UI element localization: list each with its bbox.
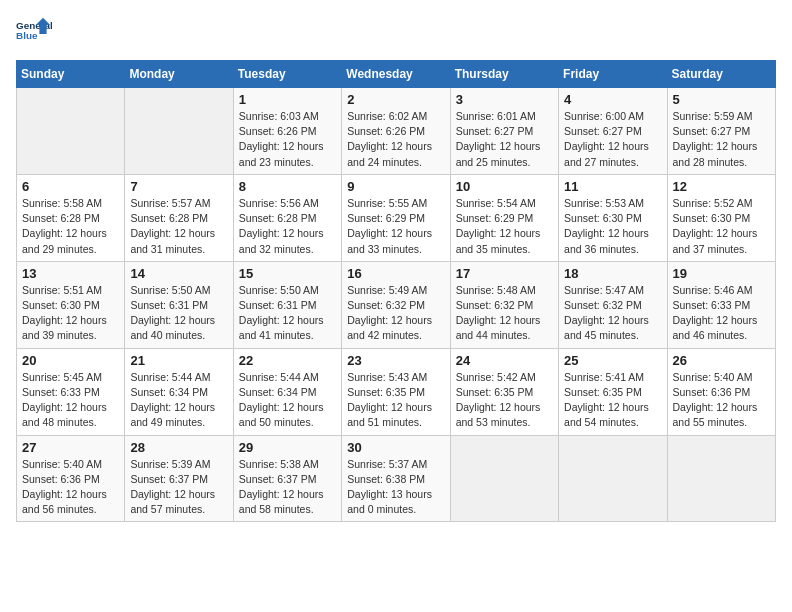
day-info: Sunrise: 5:42 AM Sunset: 6:35 PM Dayligh… bbox=[456, 370, 553, 431]
day-number: 19 bbox=[673, 266, 770, 281]
calendar-day-cell bbox=[125, 88, 233, 175]
day-number: 24 bbox=[456, 353, 553, 368]
weekday-header: Friday bbox=[559, 61, 667, 88]
daylight-label: Daylight: 12 hours and 23 minutes. bbox=[239, 140, 324, 167]
sunset-label: Sunset: 6:35 PM bbox=[347, 386, 425, 398]
sunset-label: Sunset: 6:26 PM bbox=[347, 125, 425, 137]
day-info: Sunrise: 5:50 AM Sunset: 6:31 PM Dayligh… bbox=[130, 283, 227, 344]
calendar-day-cell: 18 Sunrise: 5:47 AM Sunset: 6:32 PM Dayl… bbox=[559, 261, 667, 348]
day-number: 11 bbox=[564, 179, 661, 194]
day-number: 15 bbox=[239, 266, 336, 281]
day-number: 20 bbox=[22, 353, 119, 368]
sunrise-label: Sunrise: 5:44 AM bbox=[239, 371, 319, 383]
sunset-label: Sunset: 6:26 PM bbox=[239, 125, 317, 137]
calendar-day-cell: 16 Sunrise: 5:49 AM Sunset: 6:32 PM Dayl… bbox=[342, 261, 450, 348]
day-number: 30 bbox=[347, 440, 444, 455]
daylight-label: Daylight: 12 hours and 54 minutes. bbox=[564, 401, 649, 428]
calendar-day-cell: 27 Sunrise: 5:40 AM Sunset: 6:36 PM Dayl… bbox=[17, 435, 125, 522]
day-info: Sunrise: 5:55 AM Sunset: 6:29 PM Dayligh… bbox=[347, 196, 444, 257]
daylight-label: Daylight: 12 hours and 57 minutes. bbox=[130, 488, 215, 515]
weekday-header: Tuesday bbox=[233, 61, 341, 88]
day-number: 5 bbox=[673, 92, 770, 107]
sunset-label: Sunset: 6:38 PM bbox=[347, 473, 425, 485]
day-info: Sunrise: 5:57 AM Sunset: 6:28 PM Dayligh… bbox=[130, 196, 227, 257]
sunset-label: Sunset: 6:29 PM bbox=[347, 212, 425, 224]
day-number: 29 bbox=[239, 440, 336, 455]
day-number: 27 bbox=[22, 440, 119, 455]
calendar-week-row: 20 Sunrise: 5:45 AM Sunset: 6:33 PM Dayl… bbox=[17, 348, 776, 435]
calendar-day-cell: 23 Sunrise: 5:43 AM Sunset: 6:35 PM Dayl… bbox=[342, 348, 450, 435]
logo-icon: General Blue bbox=[16, 16, 52, 52]
calendar-day-cell: 7 Sunrise: 5:57 AM Sunset: 6:28 PM Dayli… bbox=[125, 174, 233, 261]
sunset-label: Sunset: 6:31 PM bbox=[239, 299, 317, 311]
calendar-day-cell bbox=[450, 435, 558, 522]
sunset-label: Sunset: 6:32 PM bbox=[456, 299, 534, 311]
calendar-day-cell: 21 Sunrise: 5:44 AM Sunset: 6:34 PM Dayl… bbox=[125, 348, 233, 435]
daylight-label: Daylight: 12 hours and 55 minutes. bbox=[673, 401, 758, 428]
sunrise-label: Sunrise: 5:43 AM bbox=[347, 371, 427, 383]
sunset-label: Sunset: 6:31 PM bbox=[130, 299, 208, 311]
day-number: 18 bbox=[564, 266, 661, 281]
daylight-label: Daylight: 13 hours and 0 minutes. bbox=[347, 488, 432, 515]
daylight-label: Daylight: 12 hours and 36 minutes. bbox=[564, 227, 649, 254]
daylight-label: Daylight: 12 hours and 58 minutes. bbox=[239, 488, 324, 515]
day-info: Sunrise: 5:43 AM Sunset: 6:35 PM Dayligh… bbox=[347, 370, 444, 431]
calendar-day-cell: 4 Sunrise: 6:00 AM Sunset: 6:27 PM Dayli… bbox=[559, 88, 667, 175]
daylight-label: Daylight: 12 hours and 28 minutes. bbox=[673, 140, 758, 167]
day-number: 16 bbox=[347, 266, 444, 281]
sunset-label: Sunset: 6:27 PM bbox=[673, 125, 751, 137]
sunrise-label: Sunrise: 5:45 AM bbox=[22, 371, 102, 383]
daylight-label: Daylight: 12 hours and 24 minutes. bbox=[347, 140, 432, 167]
day-info: Sunrise: 5:44 AM Sunset: 6:34 PM Dayligh… bbox=[239, 370, 336, 431]
sunrise-label: Sunrise: 5:38 AM bbox=[239, 458, 319, 470]
daylight-label: Daylight: 12 hours and 29 minutes. bbox=[22, 227, 107, 254]
calendar-day-cell: 9 Sunrise: 5:55 AM Sunset: 6:29 PM Dayli… bbox=[342, 174, 450, 261]
sunset-label: Sunset: 6:32 PM bbox=[564, 299, 642, 311]
sunrise-label: Sunrise: 5:55 AM bbox=[347, 197, 427, 209]
day-number: 23 bbox=[347, 353, 444, 368]
sunset-label: Sunset: 6:30 PM bbox=[22, 299, 100, 311]
day-info: Sunrise: 5:51 AM Sunset: 6:30 PM Dayligh… bbox=[22, 283, 119, 344]
calendar-day-cell bbox=[559, 435, 667, 522]
logo: General Blue bbox=[16, 16, 52, 52]
day-number: 26 bbox=[673, 353, 770, 368]
day-info: Sunrise: 5:38 AM Sunset: 6:37 PM Dayligh… bbox=[239, 457, 336, 518]
day-info: Sunrise: 5:58 AM Sunset: 6:28 PM Dayligh… bbox=[22, 196, 119, 257]
daylight-label: Daylight: 12 hours and 27 minutes. bbox=[564, 140, 649, 167]
daylight-label: Daylight: 12 hours and 25 minutes. bbox=[456, 140, 541, 167]
calendar-week-row: 6 Sunrise: 5:58 AM Sunset: 6:28 PM Dayli… bbox=[17, 174, 776, 261]
calendar-day-cell: 17 Sunrise: 5:48 AM Sunset: 6:32 PM Dayl… bbox=[450, 261, 558, 348]
day-number: 8 bbox=[239, 179, 336, 194]
calendar-day-cell: 15 Sunrise: 5:50 AM Sunset: 6:31 PM Dayl… bbox=[233, 261, 341, 348]
day-info: Sunrise: 6:00 AM Sunset: 6:27 PM Dayligh… bbox=[564, 109, 661, 170]
sunrise-label: Sunrise: 5:50 AM bbox=[239, 284, 319, 296]
daylight-label: Daylight: 12 hours and 40 minutes. bbox=[130, 314, 215, 341]
daylight-label: Daylight: 12 hours and 44 minutes. bbox=[456, 314, 541, 341]
day-info: Sunrise: 6:03 AM Sunset: 6:26 PM Dayligh… bbox=[239, 109, 336, 170]
sunset-label: Sunset: 6:36 PM bbox=[22, 473, 100, 485]
day-number: 2 bbox=[347, 92, 444, 107]
calendar-day-cell: 2 Sunrise: 6:02 AM Sunset: 6:26 PM Dayli… bbox=[342, 88, 450, 175]
daylight-label: Daylight: 12 hours and 53 minutes. bbox=[456, 401, 541, 428]
day-info: Sunrise: 5:41 AM Sunset: 6:35 PM Dayligh… bbox=[564, 370, 661, 431]
calendar-day-cell: 3 Sunrise: 6:01 AM Sunset: 6:27 PM Dayli… bbox=[450, 88, 558, 175]
calendar-day-cell: 28 Sunrise: 5:39 AM Sunset: 6:37 PM Dayl… bbox=[125, 435, 233, 522]
sunset-label: Sunset: 6:27 PM bbox=[456, 125, 534, 137]
sunrise-label: Sunrise: 5:46 AM bbox=[673, 284, 753, 296]
day-info: Sunrise: 6:02 AM Sunset: 6:26 PM Dayligh… bbox=[347, 109, 444, 170]
day-number: 1 bbox=[239, 92, 336, 107]
sunset-label: Sunset: 6:34 PM bbox=[130, 386, 208, 398]
calendar-day-cell: 29 Sunrise: 5:38 AM Sunset: 6:37 PM Dayl… bbox=[233, 435, 341, 522]
sunrise-label: Sunrise: 5:57 AM bbox=[130, 197, 210, 209]
sunrise-label: Sunrise: 6:02 AM bbox=[347, 110, 427, 122]
sunset-label: Sunset: 6:29 PM bbox=[456, 212, 534, 224]
sunrise-label: Sunrise: 5:59 AM bbox=[673, 110, 753, 122]
daylight-label: Daylight: 12 hours and 50 minutes. bbox=[239, 401, 324, 428]
sunrise-label: Sunrise: 5:44 AM bbox=[130, 371, 210, 383]
calendar-week-row: 1 Sunrise: 6:03 AM Sunset: 6:26 PM Dayli… bbox=[17, 88, 776, 175]
daylight-label: Daylight: 12 hours and 56 minutes. bbox=[22, 488, 107, 515]
day-info: Sunrise: 5:44 AM Sunset: 6:34 PM Dayligh… bbox=[130, 370, 227, 431]
sunset-label: Sunset: 6:35 PM bbox=[564, 386, 642, 398]
day-number: 3 bbox=[456, 92, 553, 107]
day-number: 13 bbox=[22, 266, 119, 281]
